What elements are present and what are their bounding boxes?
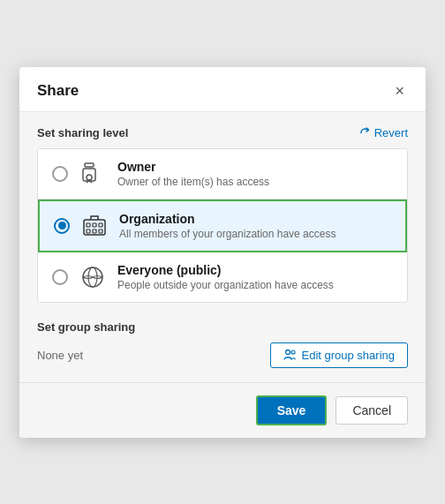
- edit-group-sharing-button[interactable]: Edit group sharing: [270, 342, 408, 368]
- svg-rect-0: [85, 163, 94, 167]
- close-button[interactable]: ×: [391, 81, 408, 101]
- organization-option-text: Organization All members of your organiz…: [119, 212, 391, 240]
- svg-rect-5: [93, 223, 96, 227]
- option-owner[interactable]: Owner Owner of the item(s) has access: [38, 149, 407, 199]
- sharing-level-label: Set sharing level: [37, 126, 128, 139]
- owner-desc: Owner of the item(s) has access: [117, 176, 393, 188]
- svg-point-12: [286, 350, 290, 355]
- group-sharing-section: Set group sharing None yet Edit group sh…: [37, 320, 408, 368]
- radio-owner: [52, 166, 68, 182]
- owner-title: Owner: [117, 160, 393, 174]
- cancel-button[interactable]: Cancel: [336, 396, 408, 425]
- svg-rect-4: [87, 223, 90, 227]
- dialog-header: Share ×: [19, 67, 426, 112]
- svg-rect-7: [87, 229, 90, 233]
- option-everyone[interactable]: Everyone (public) People outside your or…: [38, 252, 407, 302]
- organization-title: Organization: [119, 212, 391, 226]
- revert-button[interactable]: Revert: [359, 126, 408, 139]
- everyone-desc: People outside your organization have ac…: [117, 279, 393, 291]
- dialog-title: Share: [37, 82, 79, 100]
- group-sharing-label: Set group sharing: [37, 320, 408, 334]
- svg-point-2: [87, 175, 92, 180]
- share-dialog: Share × Set sharing level Revert: [19, 67, 426, 438]
- svg-rect-9: [99, 229, 102, 233]
- radio-organization: [54, 218, 70, 234]
- group-row: None yet Edit group sharing: [37, 342, 408, 368]
- svg-point-13: [291, 350, 295, 354]
- radio-organization-fill: [58, 222, 66, 229]
- sharing-level-header: Set sharing level Revert: [37, 126, 408, 139]
- globe-icon: [79, 263, 107, 291]
- sharing-options-list: Owner Owner of the item(s) has access: [37, 148, 408, 303]
- group-sharing-icon: [283, 349, 296, 361]
- person-icon: [79, 160, 107, 188]
- everyone-title: Everyone (public): [117, 263, 393, 277]
- svg-rect-8: [93, 229, 96, 233]
- svg-rect-6: [99, 223, 102, 227]
- option-organization[interactable]: Organization All members of your organiz…: [38, 199, 407, 252]
- dialog-body: Set sharing level Revert: [19, 112, 426, 382]
- owner-option-text: Owner Owner of the item(s) has access: [117, 160, 393, 188]
- everyone-option-text: Everyone (public) People outside your or…: [117, 263, 393, 291]
- dialog-footer: Save Cancel: [19, 382, 426, 438]
- organization-desc: All members of your organization have ac…: [119, 228, 391, 240]
- none-yet-label: None yet: [37, 349, 83, 362]
- org-icon: [80, 212, 109, 240]
- save-button[interactable]: Save: [256, 395, 328, 425]
- radio-everyone: [52, 269, 68, 285]
- revert-icon: [359, 127, 371, 139]
